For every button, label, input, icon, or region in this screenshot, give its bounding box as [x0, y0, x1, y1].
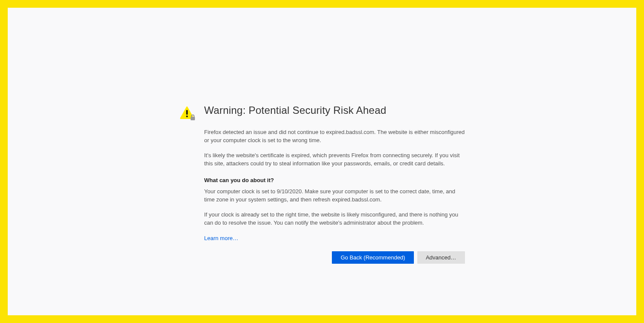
buttons-row: Go Back (Recommended) Advanced…	[204, 251, 465, 264]
error-page-container: Warning: Potential Security Risk Ahead F…	[8, 8, 636, 315]
svg-rect-2	[191, 117, 195, 120]
warning-with-lock-icon	[179, 106, 196, 122]
text-column: Warning: Potential Security Risk Ahead F…	[204, 104, 465, 264]
learn-more-link[interactable]: Learn more…	[204, 235, 238, 241]
action-paragraph-2: If your clock is already set to the righ…	[204, 211, 465, 227]
section-heading: What can you do about it?	[204, 177, 465, 183]
content-area: Warning: Potential Security Risk Ahead F…	[179, 104, 465, 264]
description-paragraph-2: It's likely the website's certificate is…	[204, 152, 465, 168]
advanced-button[interactable]: Advanced…	[417, 251, 465, 264]
svg-point-1	[186, 116, 188, 117]
action-paragraph-1: Your computer clock is set to 9/10/2020.…	[204, 188, 465, 204]
go-back-button[interactable]: Go Back (Recommended)	[332, 251, 413, 264]
page-title: Warning: Potential Security Risk Ahead	[204, 104, 465, 116]
svg-rect-0	[186, 110, 187, 115]
icon-column	[179, 104, 196, 122]
description-paragraph-1: Firefox detected an issue and did not co…	[204, 128, 465, 145]
